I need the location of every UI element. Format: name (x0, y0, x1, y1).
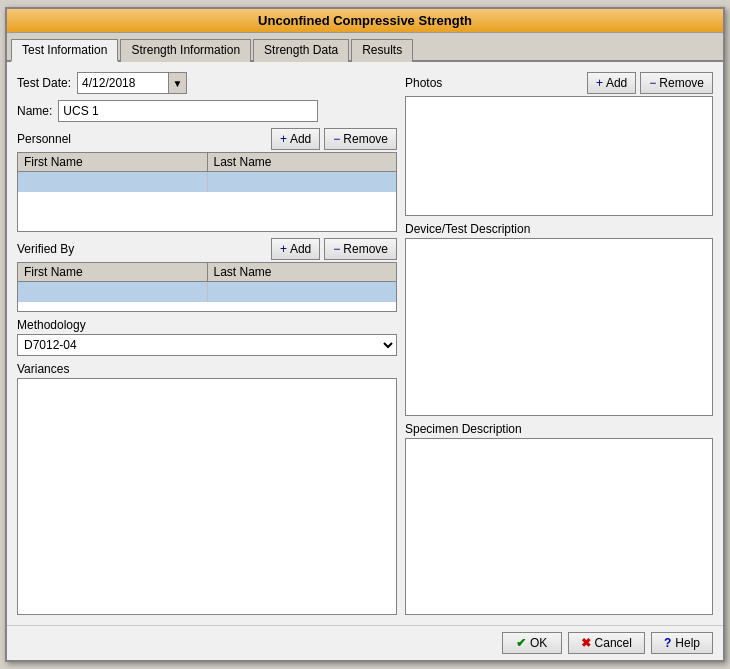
check-icon: ✔ (516, 636, 526, 650)
verified-grid-header: First Name Last Name (18, 263, 396, 282)
specimen-section: Specimen Description (405, 422, 713, 616)
test-date-row: Test Date: ▼ (17, 72, 397, 94)
personnel-section: Personnel + Add − Remove (17, 128, 397, 232)
photos-remove-label: Remove (659, 76, 704, 90)
personnel-grid: First Name Last Name (17, 152, 397, 232)
methodology-label: Methodology (17, 318, 397, 332)
personnel-remove-button[interactable]: − Remove (324, 128, 397, 150)
photos-remove-button[interactable]: − Remove (640, 72, 713, 94)
verified-label: Verified By (17, 242, 74, 256)
minus-icon-2: − (333, 242, 340, 256)
content-area: Test Date: ▼ Name: Personnel (7, 62, 723, 625)
cancel-label: Cancel (595, 636, 632, 650)
verified-add-button[interactable]: + Add (271, 238, 320, 260)
specimen-textarea[interactable] (405, 438, 713, 616)
methodology-select[interactable]: D7012-04 D7012-10 Other (18, 335, 396, 355)
verified-btn-group: + Add − Remove (271, 238, 397, 260)
personnel-header: Personnel + Add − Remove (17, 128, 397, 150)
photos-btn-group: + Add − Remove (587, 72, 713, 94)
personnel-btn-group: + Add − Remove (271, 128, 397, 150)
verified-section: Verified By + Add − Remove (17, 238, 397, 312)
tab-test-information[interactable]: Test Information (11, 39, 118, 62)
date-dropdown-button[interactable]: ▼ (168, 73, 186, 93)
personnel-remove-label: Remove (343, 132, 388, 146)
test-date-input[interactable] (78, 73, 168, 93)
personnel-cell-last (208, 172, 397, 192)
title-bar: Unconfined Compressive Strength (7, 9, 723, 33)
minus-icon-3: − (649, 76, 656, 90)
x-icon: ✖ (581, 636, 591, 650)
photos-section: Photos + Add − Remove (405, 72, 713, 216)
device-textarea[interactable] (405, 238, 713, 416)
verified-cell-last (208, 282, 397, 302)
verified-col-first: First Name (18, 263, 208, 281)
name-row: Name: (17, 100, 397, 122)
ok-button[interactable]: ✔ OK (502, 632, 562, 654)
personnel-add-button[interactable]: + Add (271, 128, 320, 150)
variances-label: Variances (17, 362, 397, 376)
verified-add-label: Add (290, 242, 311, 256)
personnel-cell-first (18, 172, 208, 192)
verified-header: Verified By + Add − Remove (17, 238, 397, 260)
test-date-label: Test Date: (17, 76, 71, 90)
photos-header: Photos + Add − Remove (405, 72, 713, 94)
main-window: Unconfined Compressive Strength Test Inf… (5, 7, 725, 662)
tab-strength-data[interactable]: Strength Data (253, 39, 349, 62)
specimen-label: Specimen Description (405, 422, 713, 436)
question-icon: ? (664, 636, 671, 650)
personnel-row[interactable] (18, 172, 396, 192)
personnel-add-label: Add (290, 132, 311, 146)
personnel-col-first: First Name (18, 153, 208, 171)
photos-add-button[interactable]: + Add (587, 72, 636, 94)
ok-label: OK (530, 636, 547, 650)
footer: ✔ OK ✖ Cancel ? Help (7, 625, 723, 660)
device-section: Device/Test Description (405, 222, 713, 416)
cancel-button[interactable]: ✖ Cancel (568, 632, 645, 654)
verified-col-last: Last Name (208, 263, 397, 281)
verified-remove-button[interactable]: − Remove (324, 238, 397, 260)
minus-icon: − (333, 132, 340, 146)
personnel-col-last: Last Name (208, 153, 397, 171)
verified-remove-label: Remove (343, 242, 388, 256)
variances-section: Variances (17, 362, 397, 615)
variances-textarea[interactable] (17, 378, 397, 615)
plus-icon-3: + (596, 76, 603, 90)
help-label: Help (675, 636, 700, 650)
methodology-section: Methodology D7012-04 D7012-10 Other (17, 318, 397, 356)
name-label: Name: (17, 104, 52, 118)
plus-icon: + (280, 132, 287, 146)
main-area: Test Date: ▼ Name: Personnel (17, 72, 713, 615)
tab-results[interactable]: Results (351, 39, 413, 62)
window-title: Unconfined Compressive Strength (258, 13, 472, 28)
tab-strength-information[interactable]: Strength Information (120, 39, 251, 62)
plus-icon-2: + (280, 242, 287, 256)
photos-label: Photos (405, 76, 442, 90)
name-input[interactable] (58, 100, 318, 122)
help-button[interactable]: ? Help (651, 632, 713, 654)
device-label: Device/Test Description (405, 222, 713, 236)
test-date-input-wrapper: ▼ (77, 72, 187, 94)
methodology-select-wrapper: D7012-04 D7012-10 Other (17, 334, 397, 356)
verified-cell-first (18, 282, 208, 302)
verified-row[interactable] (18, 282, 396, 302)
verified-grid: First Name Last Name (17, 262, 397, 312)
personnel-grid-header: First Name Last Name (18, 153, 396, 172)
photos-add-label: Add (606, 76, 627, 90)
tab-bar: Test Information Strength Information St… (7, 33, 723, 62)
photos-box (405, 96, 713, 216)
right-panel: Photos + Add − Remove (405, 72, 713, 615)
personnel-label: Personnel (17, 132, 71, 146)
left-panel: Test Date: ▼ Name: Personnel (17, 72, 397, 615)
